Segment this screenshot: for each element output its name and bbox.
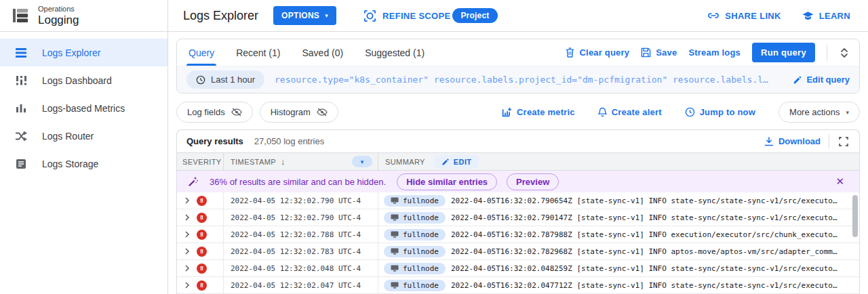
tab-saved[interactable]: Saved (0): [300, 39, 345, 66]
stream-logs-button[interactable]: Stream logs: [688, 47, 741, 58]
sidebar-item-logs-dashboard[interactable]: Logs Dashboard: [0, 66, 167, 94]
scope-project-pill[interactable]: Project: [452, 8, 497, 23]
run-query-button[interactable]: Run query: [752, 43, 815, 62]
histogram-toggle[interactable]: Histogram: [260, 102, 338, 123]
container-chip[interactable]: fullnode: [384, 263, 446, 274]
log-row-summary: 2022-04-05T16:32:02.047712Z [state-sync-…: [451, 281, 837, 290]
fullscreen-button[interactable]: [837, 135, 850, 148]
log-row-summary: 2022-04-05T16:32:02.790147Z [state-sync-…: [451, 213, 837, 222]
jump-to-now-button[interactable]: Jump to now: [685, 107, 755, 117]
options-button[interactable]: OPTIONS ▾: [273, 6, 336, 25]
expand-chevron-icon[interactable]: [184, 231, 191, 238]
download-label: Download: [778, 136, 821, 146]
logs-dashboard-icon: [15, 75, 27, 87]
link-icon: [707, 9, 720, 22]
log-row-timestamp: 2022-04-05 12:32:02.048 UTC-4: [223, 260, 378, 276]
trash-icon: [566, 47, 574, 58]
expand-chevron-icon[interactable]: [184, 197, 191, 204]
container-chip[interactable]: fullnode: [384, 246, 446, 257]
jump-to-now-label: Jump to now: [700, 107, 755, 117]
timestamp-options-dropdown[interactable]: ▾: [352, 156, 372, 167]
hide-similar-entries-button[interactable]: Hide similar entries: [397, 173, 497, 190]
column-severity[interactable]: SEVERITY: [177, 153, 223, 170]
log-row-summary-cell: fullnode 2022-04-05T16:32:02.047712Z [st…: [378, 277, 859, 293]
expand-chevron-icon[interactable]: [184, 214, 191, 221]
results-header: Query results 27,050 log entries Downloa…: [177, 130, 859, 152]
magic-wand-icon: [188, 176, 199, 187]
sidebar-item-logs-based-metrics[interactable]: Logs-based Metrics: [0, 94, 167, 122]
edit-summary-label: EDIT: [454, 158, 472, 166]
main-panel: Logs Explorer OPTIONS ▾ REFINE SCOPE Pro…: [168, 0, 868, 294]
topbar: Logs Explorer OPTIONS ▾ REFINE SCOPE Pro…: [168, 0, 868, 32]
log-row[interactable]: 2022-04-05 12:32:02.790 UTC-4 fullnode 2…: [177, 209, 859, 226]
sidebar-item-logs-explorer[interactable]: Logs Explorer: [0, 39, 167, 66]
log-row-timestamp: 2022-04-05 12:32:02.783 UTC-4: [223, 243, 378, 259]
collapse-query-button[interactable]: [839, 46, 850, 60]
preview-button[interactable]: Preview: [507, 173, 559, 190]
container-chip-label: fullnode: [403, 264, 439, 273]
logs-router-icon: [15, 130, 27, 142]
expand-chevron-icon[interactable]: [184, 265, 191, 272]
download-button[interactable]: Download: [764, 136, 821, 146]
log-row[interactable]: 2022-04-05 12:32:02.788 UTC-4 fullnode 2…: [177, 226, 859, 243]
pencil-icon: [441, 158, 450, 166]
stream-logs-label: Stream logs: [688, 47, 741, 58]
log-row[interactable]: 2022-04-05 12:32:02.790 UTC-4 fullnode 2…: [177, 192, 859, 209]
time-range-label: Last 1 hour: [211, 75, 255, 85]
close-banner-button[interactable]: ✕: [831, 175, 848, 188]
time-range-picker[interactable]: Last 1 hour: [186, 70, 264, 89]
container-monitor-icon: [391, 265, 399, 272]
results-toolbar: Log fields Histogram Create metric Creat…: [176, 102, 860, 123]
sidebar-item-label: Logs-based Metrics: [42, 103, 125, 114]
create-alert-button[interactable]: Create alert: [598, 107, 662, 117]
sidebar-item-label: Logs Router: [42, 131, 94, 142]
tab-recent[interactable]: Recent (1): [234, 39, 282, 66]
log-fields-label: Log fields: [187, 107, 225, 117]
bell-icon: [598, 107, 607, 117]
column-summary: SUMMARY EDIT: [378, 153, 859, 170]
log-row-summary-cell: fullnode 2022-04-05T16:32:02.787988Z [st…: [378, 226, 859, 243]
edit-query-button[interactable]: Edit query: [793, 75, 850, 85]
query-tabs-row: Query Recent (1) Saved (0) Suggested (1)…: [177, 39, 859, 66]
expand-chevron-icon[interactable]: [184, 282, 191, 289]
share-link-label: SHARE LINK: [725, 11, 781, 21]
product-eyebrow: Operations: [38, 5, 79, 14]
column-timestamp[interactable]: TIMESTAMP ↓ ▾: [223, 153, 378, 170]
sort-descending-icon[interactable]: ↓: [281, 156, 285, 167]
error-severity-icon: [197, 230, 207, 240]
more-actions-button[interactable]: More actions ▾: [778, 102, 860, 123]
container-monitor-icon: [391, 197, 399, 204]
share-link-button[interactable]: SHARE LINK: [707, 9, 781, 22]
expand-chevron-icon[interactable]: [184, 248, 191, 255]
log-row-timestamp: 2022-04-05 12:32:02.790 UTC-4: [223, 192, 378, 209]
sidebar-item-logs-storage[interactable]: Logs Storage: [0, 150, 167, 177]
save-button[interactable]: Save: [641, 47, 677, 58]
vertical-scrollbar[interactable]: [852, 195, 858, 237]
log-row[interactable]: 2022-04-05 12:32:02.783 UTC-4 fullnode 2…: [177, 243, 859, 260]
log-row-timestamp: 2022-04-05 12:32:02.788 UTC-4: [223, 226, 378, 243]
log-fields-toggle[interactable]: Log fields: [176, 102, 253, 123]
save-label: Save: [656, 47, 677, 58]
clear-query-button[interactable]: Clear query: [566, 47, 629, 58]
edit-summary-button[interactable]: EDIT: [434, 155, 479, 169]
log-row[interactable]: 2022-04-05 12:32:02.048 UTC-4 fullnode 2…: [177, 260, 859, 277]
tab-query[interactable]: Query: [186, 39, 216, 66]
container-chip[interactable]: fullnode: [384, 212, 446, 224]
learn-button[interactable]: LEARN: [802, 9, 850, 22]
edit-query-label: Edit query: [806, 75, 850, 85]
error-severity-icon: [197, 247, 207, 257]
chevron-down-icon: ▾: [325, 13, 328, 19]
divider: [829, 135, 829, 148]
sidebar-item-logs-router[interactable]: Logs Router: [0, 122, 167, 150]
close-icon: ✕: [835, 175, 844, 187]
container-chip[interactable]: fullnode: [384, 229, 446, 240]
refine-scope-button[interactable]: REFINE SCOPE: [363, 9, 450, 22]
log-row[interactable]: 2022-04-05 12:32:02.047 UTC-4 fullnode 2…: [177, 277, 859, 294]
logging-logo-icon: [12, 7, 30, 24]
container-chip[interactable]: fullnode: [384, 280, 446, 291]
create-metric-button[interactable]: Create metric: [501, 107, 575, 118]
container-chip[interactable]: fullnode: [384, 195, 446, 207]
query-string[interactable]: resource.type="k8s_container" resource.l…: [275, 75, 783, 85]
tab-suggested[interactable]: Suggested (1): [363, 39, 427, 66]
graduation-cap-icon: [802, 9, 814, 22]
